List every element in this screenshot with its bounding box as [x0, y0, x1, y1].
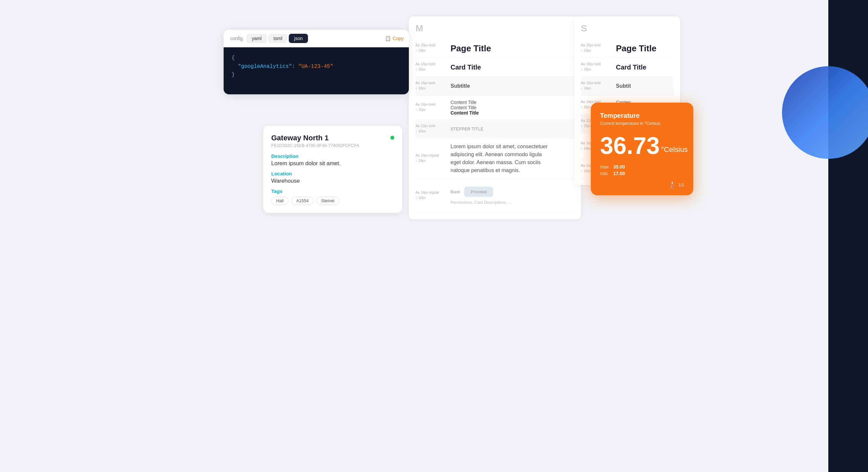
typo-meta: Aa 20px bold ↕ 24px [415, 43, 445, 54]
temp-max-label: max [600, 164, 611, 170]
code-value: "UA-123-45" [299, 63, 334, 69]
typo-meta: Aa 18px bold ↕ 20px [415, 62, 445, 72]
copy-label: Copy [393, 36, 404, 41]
yaml-tab[interactable]: yaml [246, 34, 267, 43]
proceed-button-m[interactable]: Proceed [464, 187, 493, 197]
card-subtitle: FE1D302C-15EB-4795-9F46-774092FCFCFA [271, 143, 359, 148]
typography-s-label: S [581, 23, 674, 34]
code-key: "googleAnalytics" [238, 63, 292, 69]
copy-button[interactable]: 📋 Copy [385, 36, 404, 41]
temp-stats: max 35.00 min 17.00 [600, 164, 684, 176]
card-panel: Gateway North 1 FE1D302C-15EB-4795-9F46-… [263, 126, 402, 213]
helper-text-m: Permissions, Card Descriptions, ... [451, 197, 512, 208]
card-title: Gateway North 1 [271, 134, 359, 142]
page-title-text-s: Page Title [616, 43, 656, 54]
code-tabs: config. yaml toml json 📋 Copy [224, 30, 409, 47]
content-title-bold-text-m: Content Title [451, 110, 479, 116]
typo-row-card-title-m: Aa 18px bold ↕ 20px Card Title [415, 58, 574, 77]
page-title-text-m: Page Title [451, 43, 491, 54]
location-label: Location [271, 171, 394, 176]
config-tab-label[interactable]: config. [229, 34, 245, 43]
typo-meta: Aa 16px regular ↕ 24px [415, 153, 445, 164]
typo-meta: Aa 18px bold ↕ 20px [581, 62, 611, 72]
typo-row-body-m: Aa 16px regular ↕ 24px Lorem ipsum dolor… [415, 139, 574, 179]
code-content: { "googleAnalytics": "UA-123-45" } [224, 47, 409, 94]
tags-label: Tags [271, 188, 394, 194]
typo-row-content-title-m: Aa 14px bold ↕ 20px Content Title Conten… [415, 96, 574, 120]
body-text-m: Lorem ipsum dolor sit amet, consectetuer… [451, 143, 550, 174]
typo-row-subtitle-m: Aa 16px bold ↕ 18px Subtitle [415, 77, 574, 96]
code-panel: config. yaml toml json 📋 Copy { "googleA… [224, 30, 409, 94]
typo-row-page-title-m: Aa 20px bold ↕ 24px Page Title [415, 39, 574, 58]
temp-value: 36.73 [600, 132, 660, 159]
typography-m-label: M [415, 23, 574, 34]
temp-max-row: max 35.00 [600, 164, 684, 170]
description-value: Lorem ipsum dolor sit amet. [271, 160, 394, 167]
description-label: Description [271, 153, 394, 159]
content-title-text-m: Content Title [451, 100, 479, 105]
typo-meta: Aa 14px bold ↕ 20px [415, 102, 445, 113]
subtitle-text-m: Subtitle [451, 83, 470, 89]
location-value: Warehouse [271, 178, 394, 184]
card-title-text-s: Card Title [616, 63, 646, 71]
back-button-m[interactable]: Back [451, 189, 460, 194]
temperature-card: Temperature Current temperature in °Cels… [591, 102, 693, 195]
typo-meta: Aa 12px bold ↕ 20px [415, 124, 445, 135]
close-brace: } [231, 72, 235, 78]
typo-row-stepper-btns-m: Aa 14px regular ↕ 16px Back Proceed Perm… [415, 179, 574, 212]
typo-row-subtitle-s: Aa 16px bold ↕ 18px Subtit [581, 77, 674, 96]
temp-subtitle: Current temperature in °Celsius [600, 121, 684, 126]
status-dot [390, 136, 394, 140]
typo-meta: Aa 14px regular ↕ 16px [415, 190, 445, 201]
temp-footer: 🌡️ 1/1 [600, 181, 684, 189]
typography-m-panel: M Aa 20px bold ↕ 24px Page Title Aa 18px… [409, 17, 581, 219]
temp-title: Temperature [600, 112, 684, 119]
copy-icon: 📋 [385, 36, 391, 41]
open-brace: { [231, 55, 235, 61]
tag-hall: Hall [271, 197, 288, 205]
json-tab[interactable]: json [289, 34, 308, 43]
temp-pagination: 1/1 [678, 183, 684, 187]
typo-meta: Aa 20px bold ↕ 24px [581, 43, 611, 54]
temp-unit: °Celsius [661, 145, 688, 154]
typo-meta: Aa 16px bold ↕ 18px [581, 81, 611, 91]
typo-row-stepper-m: Aa 12px bold ↕ 20px STEPPER TITLE [415, 120, 574, 139]
temp-max-value: 35.00 [613, 164, 625, 170]
content-title-text-m2: Content Title [451, 105, 479, 110]
card-title-text-m: Card Title [451, 63, 481, 71]
blue-circle-decoration [782, 66, 868, 159]
temp-min-row: min 17.00 [600, 171, 684, 176]
card-header: Gateway North 1 FE1D302C-15EB-4795-9F46-… [271, 134, 394, 148]
typo-row-card-title-s: Aa 18px bold ↕ 20px Card Title [581, 58, 674, 77]
temp-min-value: 17.00 [613, 171, 625, 176]
stepper-text-m: STEPPER TITLE [451, 127, 484, 131]
typo-meta: Aa 16px bold ↕ 18px [415, 81, 445, 91]
toml-tab[interactable]: toml [268, 34, 287, 43]
tag-container: Hall A1554 Steinel [271, 197, 394, 205]
tag-steinel: Steinel [316, 197, 339, 205]
tag-a1554: A1554 [291, 197, 314, 205]
thermometer-icon: 🌡️ [669, 181, 676, 189]
temp-min-label: min [600, 171, 611, 176]
subtitle-text-s: Subtit [616, 83, 631, 89]
typo-row-page-title-s: Aa 20px bold ↕ 24px Page Title [581, 39, 674, 58]
